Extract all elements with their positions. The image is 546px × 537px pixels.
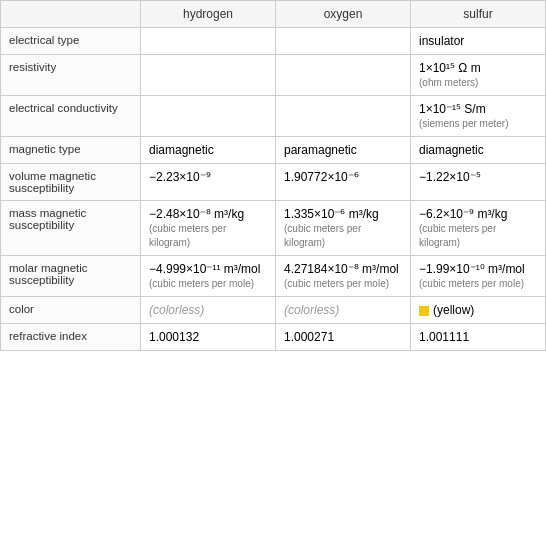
cell-0-h <box>141 28 276 55</box>
cell-3-o: paramagnetic <box>276 137 411 164</box>
sub-value: (cubic meters per mole) <box>149 278 254 289</box>
cell-3-h: diamagnetic <box>141 137 276 164</box>
cell-4-s: −1.22×10⁻⁵ <box>411 164 546 201</box>
cell-1-s: 1×10¹⁵ Ω m(ohm meters) <box>411 55 546 96</box>
cell-2-o <box>276 96 411 137</box>
header-hydrogen: hydrogen <box>141 1 276 28</box>
cell-7-h: (colorless) <box>141 297 276 324</box>
main-value: −1.99×10⁻¹⁰ m³/mol <box>419 262 525 276</box>
row-label-3: magnetic type <box>1 137 141 164</box>
cell-5-o: 1.335×10⁻⁶ m³/kg(cubic meters per kilogr… <box>276 201 411 256</box>
main-value: −6.2×10⁻⁹ m³/kg <box>419 207 507 221</box>
sub-value: (cubic meters per kilogram) <box>284 223 361 248</box>
sub-value: (cubic meters per kilogram) <box>419 223 496 248</box>
sub-value: (siemens per meter) <box>419 118 508 129</box>
cell-3-s: diamagnetic <box>411 137 546 164</box>
cell-2-h <box>141 96 276 137</box>
table-row: molar magnetic susceptibility−4.999×10⁻¹… <box>1 256 546 297</box>
row-label-1: resistivity <box>1 55 141 96</box>
table-row: magnetic typediamagneticparamagneticdiam… <box>1 137 546 164</box>
main-value: insulator <box>419 34 464 48</box>
cell-0-o <box>276 28 411 55</box>
cell-7-o: (colorless) <box>276 297 411 324</box>
header-label-col <box>1 1 141 28</box>
cell-8-o: 1.000271 <box>276 324 411 351</box>
sub-value: (ohm meters) <box>419 77 478 88</box>
cell-8-s: 1.001111 <box>411 324 546 351</box>
table-row: electrical typeinsulator <box>1 28 546 55</box>
cell-8-h: 1.000132 <box>141 324 276 351</box>
main-value: diamagnetic <box>419 143 484 157</box>
table-row: resistivity1×10¹⁵ Ω m(ohm meters) <box>1 55 546 96</box>
cell-6-h: −4.999×10⁻¹¹ m³/mol(cubic meters per mol… <box>141 256 276 297</box>
cell-6-o: 4.27184×10⁻⁸ m³/mol(cubic meters per mol… <box>276 256 411 297</box>
main-value: 4.27184×10⁻⁸ m³/mol <box>284 262 399 276</box>
row-label-4: volume magnetic susceptibility <box>1 164 141 201</box>
sub-value: (cubic meters per mole) <box>284 278 389 289</box>
row-label-0: electrical type <box>1 28 141 55</box>
cell-6-s: −1.99×10⁻¹⁰ m³/mol(cubic meters per mole… <box>411 256 546 297</box>
cell-4-o: 1.90772×10⁻⁶ <box>276 164 411 201</box>
row-label-5: mass magnetic susceptibility <box>1 201 141 256</box>
cell-4-h: −2.23×10⁻⁹ <box>141 164 276 201</box>
table-row: refractive index1.0001321.0002711.001111 <box>1 324 546 351</box>
color-value: (yellow) <box>433 303 474 317</box>
row-label-7: color <box>1 297 141 324</box>
sub-value: (cubic meters per mole) <box>419 278 524 289</box>
main-value: 1.90772×10⁻⁶ <box>284 170 359 184</box>
cell-5-h: −2.48×10⁻⁸ m³/kg(cubic meters per kilogr… <box>141 201 276 256</box>
sub-value: (cubic meters per kilogram) <box>149 223 226 248</box>
properties-table: hydrogen oxygen sulfur electrical typein… <box>0 0 546 351</box>
cell-1-h <box>141 55 276 96</box>
table-row: volume magnetic susceptibility−2.23×10⁻⁹… <box>1 164 546 201</box>
cell-2-s: 1×10⁻¹⁵ S/m(siemens per meter) <box>411 96 546 137</box>
main-value: 1.001111 <box>419 330 469 344</box>
cell-7-s: (yellow) <box>411 297 546 324</box>
main-value: 1×10¹⁵ Ω m <box>419 61 481 75</box>
cell-0-s: insulator <box>411 28 546 55</box>
main-value: −2.48×10⁻⁸ m³/kg <box>149 207 244 221</box>
main-value: diamagnetic <box>149 143 214 157</box>
yellow-color-dot <box>419 306 429 316</box>
main-value: −4.999×10⁻¹¹ m³/mol <box>149 262 260 276</box>
row-label-8: refractive index <box>1 324 141 351</box>
header-sulfur: sulfur <box>411 1 546 28</box>
main-value: −2.23×10⁻⁹ <box>149 170 211 184</box>
row-label-2: electrical conductivity <box>1 96 141 137</box>
header-oxygen: oxygen <box>276 1 411 28</box>
cell-1-o <box>276 55 411 96</box>
main-value: −1.22×10⁻⁵ <box>419 170 481 184</box>
row-label-6: molar magnetic susceptibility <box>1 256 141 297</box>
table-row: color(colorless)(colorless)(yellow) <box>1 297 546 324</box>
cell-5-s: −6.2×10⁻⁹ m³/kg(cubic meters per kilogra… <box>411 201 546 256</box>
main-value: 1.000132 <box>149 330 199 344</box>
table-row: mass magnetic susceptibility−2.48×10⁻⁸ m… <box>1 201 546 256</box>
main-value: 1.000271 <box>284 330 334 344</box>
main-value: 1.335×10⁻⁶ m³/kg <box>284 207 379 221</box>
table-row: electrical conductivity1×10⁻¹⁵ S/m(sieme… <box>1 96 546 137</box>
main-value: 1×10⁻¹⁵ S/m <box>419 102 486 116</box>
main-value: paramagnetic <box>284 143 357 157</box>
